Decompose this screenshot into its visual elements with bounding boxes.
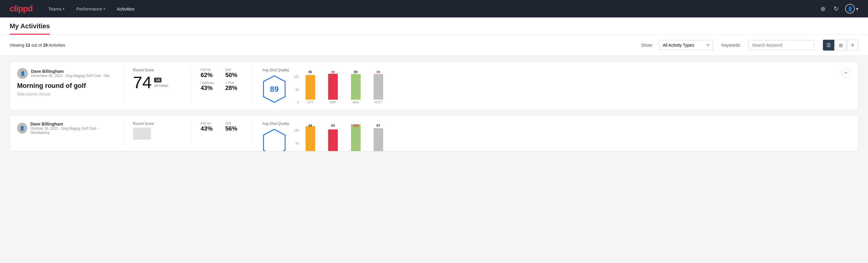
bar-group-arg: 89 ARG [346,71,366,104]
score-placeholder [133,127,151,140]
y-label-50: 50 [296,142,299,145]
quality-score: 89 [270,85,279,94]
nav-item-teams[interactable]: Teams ▾ [47,6,65,11]
user-date: October 16, 2021 · Gog Magog Golf Club -… [30,126,114,135]
bar-name-app: APP [330,101,336,104]
bar-group-app: 82 APP [323,124,343,151]
stats-grid: FW Hit 62% GIR 50% Up/Down 43% 1 Putt 28… [200,68,243,91]
bar-label-putt: 89 [377,70,380,74]
keyword-search-input[interactable] [748,40,814,50]
bar-putt [374,74,383,99]
fw-hit-stat: FW Hit 62% [200,68,218,79]
bar-group-arg: 106 ARG [346,124,366,151]
card-divider [191,68,191,104]
card-title: Morning round of golf [17,82,114,90]
score-number: 74 [133,74,152,91]
avg-shot-quality-label: Avg Shot Quality [262,68,289,72]
viewing-count-text: Viewing 12 out of 29 Activities [10,43,65,48]
bar-ott [306,75,315,99]
keywords-label: Keywords: [721,43,741,48]
main-content: 👤 Dave Billingham December 05, 2021 · Go… [0,56,868,162]
compact-view-button[interactable]: ≡ [847,40,858,51]
card-divider [252,122,253,145]
bar-group-ott: 94 OTT [300,124,320,151]
bar-name-putt: PUTT [374,101,382,104]
round-score-section: Round Score [133,122,181,140]
round-score-section: Round Score 74 +4 18 Holes [133,68,181,91]
stats-grid: FW Hit 43% GIR 56% [200,122,243,132]
hexagon-container [262,127,286,151]
user-menu-button[interactable]: 👤 ▾ [845,4,858,13]
activity-type-select[interactable]: All Activity Types [659,40,713,50]
svg-marker-1 [264,129,285,151]
round-score-label: Round Score [133,68,181,72]
score-holes: 18 Holes [154,84,168,88]
shot-quality-chart: 100 50 0 94 OTT [294,122,389,151]
card-divider [191,122,191,145]
user-name: Dave Billingham [30,122,114,126]
shot-quality-chart: 100 50 0 85 OTT [294,68,389,104]
view-mode-buttons: ☰ ⊞ ≡ [823,40,858,51]
round-score-label: Round Score [133,122,181,126]
avatar: 👤 [845,4,855,13]
chevron-down-icon: ▾ [103,7,105,10]
hexagon: 89 [262,75,286,103]
bar-label-app: 90 [331,70,335,74]
bar-group-putt: 87 PUTT [368,124,389,151]
show-label: Show: [641,43,653,48]
gir-stat: GIR 56% [225,122,243,132]
refresh-icon[interactable]: ↻ [832,4,840,13]
updown-stat: Up/Down 43% [200,81,218,91]
card-user-header: 👤 Dave Billingham December 05, 2021 · Go… [17,68,114,79]
list-view-button[interactable]: ☰ [823,40,834,51]
card-info: 👤 Dave Billingham December 05, 2021 · Go… [17,68,114,96]
y-label-0: 0 [297,101,299,104]
score-badge: +4 [154,78,161,83]
y-label-100: 100 [294,129,299,132]
chevron-down-icon: ▾ [63,7,64,10]
bar-group-putt: 89 PUTT [368,71,389,104]
chevron-down-icon: ▾ [856,6,858,12]
avg-shot-quality-label: Avg Shot Quality [262,122,289,126]
bar-ott [306,126,315,151]
one-putt-stat: 1 Putt 28% [225,81,243,91]
page-title: My Activities [10,22,50,35]
bar-arg [351,74,361,99]
bar-app [328,74,338,99]
card-divider [252,68,253,104]
bar-label-arg: 89 [354,70,358,74]
filter-bar: Viewing 12 out of 29 Activities Show: Al… [0,35,868,56]
y-label-50: 50 [296,88,299,91]
shot-quality-section: Avg Shot Quality 89 100 50 [262,68,389,104]
activity-card: 👤 Dave Billingham October 16, 2021 · Gog… [10,115,858,151]
card-info: 👤 Dave Billingham October 16, 2021 · Gog… [17,122,114,137]
bar-label-ott: 85 [309,70,312,74]
nav-icon-group: ⊕ ↻ 👤 ▾ [819,4,858,13]
card-user-header: 👤 Dave Billingham October 16, 2021 · Gog… [17,122,114,135]
bar-group-app: 90 APP [323,71,343,104]
fw-hit-stat: FW Hit 43% [200,122,218,132]
add-circle-icon[interactable]: ⊕ [819,4,827,13]
y-label-100: 100 [294,75,299,79]
card-source: Data Source: Arccos [17,92,114,96]
edit-button[interactable]: ✏ [841,68,851,78]
bar-arg [351,124,361,151]
bar-name-arg: ARG [352,101,359,104]
bar-name-ott: OTT [307,101,313,104]
activity-card: 👤 Dave Billingham December 05, 2021 · Go… [10,62,858,111]
bar-app [328,129,338,151]
user-name: Dave Billingham [31,69,110,74]
card-divider [123,122,123,145]
user-date: December 05, 2021 · Gog Magog Golf Club … [31,74,110,78]
nav-item-activities[interactable]: Activities [116,6,136,11]
hexagon-container: 89 [262,74,286,104]
nav-item-performance[interactable]: Performance ▾ [75,6,106,11]
bar-putt [374,128,383,152]
shot-quality-section: Avg Shot Quality 100 50 0 [262,122,389,151]
avatar: 👤 [17,68,28,79]
bar-group-ott: 85 OTT [300,71,320,104]
card-divider [123,68,123,104]
grid-view-button[interactable]: ⊞ [835,40,846,51]
avatar: 👤 [17,123,27,134]
main-nav: clippd Teams ▾ Performance ▾ Activities … [0,0,868,18]
